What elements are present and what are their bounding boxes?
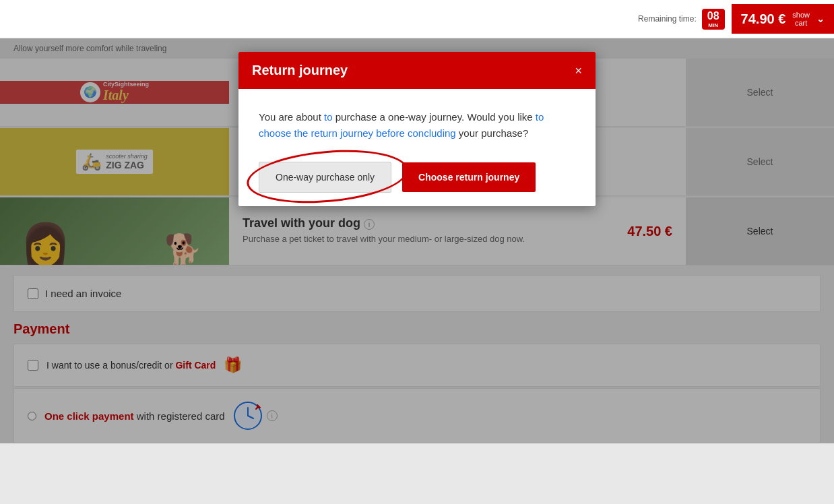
modal-link-choose[interactable]: to choose the return journey before conc… [259, 111, 544, 139]
show-cart-button[interactable]: show cart [792, 11, 810, 27]
modal-title: Return journey [252, 63, 348, 78]
cart-section[interactable]: 74.90 € show cart ⌄ [732, 4, 834, 34]
modal-close-button[interactable]: × [575, 65, 582, 77]
timer-unit: MIN [707, 22, 719, 28]
modal-body-text: You are about to purchase a one-way jour… [259, 109, 575, 141]
return-journey-modal: Return journey × You are about to purcha… [238, 52, 596, 206]
one-way-purchase-button[interactable]: One-way purchase only [259, 162, 391, 193]
modal-header: Return journey × [238, 52, 596, 89]
chevron-down-icon: ⌄ [816, 13, 825, 24]
main-content: Allow yourself more comfort while travel… [0, 38, 834, 443]
remaining-time-section: Remaining time: 08 MIN [638, 9, 732, 30]
modal-body: You are about to purchase a one-way jour… [238, 89, 596, 206]
timer-badge: 08 MIN [702, 9, 725, 30]
timer-value: 08 [707, 10, 719, 22]
modal-overlay: Return journey × You are about to purcha… [0, 38, 834, 443]
modal-actions: One-way purchase only Choose return jour… [259, 162, 575, 193]
remaining-time-label: Remaining time: [638, 14, 697, 24]
choose-return-journey-button[interactable]: Choose return journey [402, 162, 536, 192]
header-bar: Remaining time: 08 MIN 74.90 € show cart… [0, 0, 834, 38]
cart-price: 74.90 € [741, 11, 786, 27]
modal-link-to[interactable]: to [324, 111, 333, 123]
